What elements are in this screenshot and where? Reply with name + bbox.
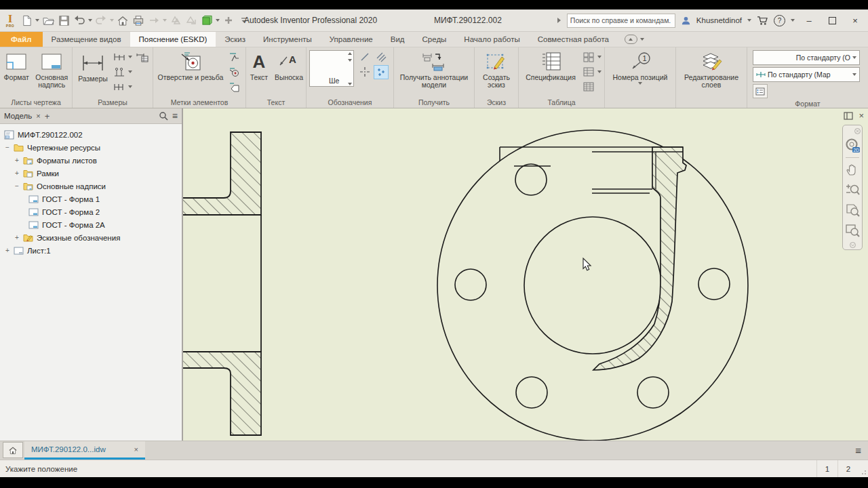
expand-toggle[interactable]: +	[14, 157, 20, 164]
format-dialog-button[interactable]	[753, 84, 768, 98]
browser-tab-close-icon[interactable]: ×	[36, 112, 40, 120]
document-tab-active[interactable]: МИФТ.290122.0...idw ×	[24, 441, 145, 460]
open-button[interactable]	[41, 14, 55, 27]
symbols-listbox-expand[interactable]	[348, 83, 352, 85]
user-name[interactable]: Khusnetdinof	[696, 16, 742, 24]
home-button[interactable]	[116, 14, 130, 27]
redo-caret[interactable]	[110, 19, 114, 22]
tab-sketch[interactable]: Эскиз	[216, 32, 254, 47]
hole-note-button[interactable]	[226, 65, 241, 79]
navbar-close-icon[interactable]	[854, 127, 861, 134]
revision-table-button[interactable]	[581, 80, 596, 94]
tree-item-gost-form2[interactable]: ГОСТ - Форма 2	[28, 205, 180, 218]
zoom-window-button[interactable]	[844, 222, 861, 239]
zoom-all-button[interactable]	[844, 201, 861, 219]
broken-out-section-hatch[interactable]	[593, 147, 686, 370]
group-label-sketch[interactable]: Эскиз	[475, 97, 518, 108]
general-table-button[interactable]	[581, 50, 596, 64]
ordinate-dimension-caret[interactable]	[128, 70, 132, 73]
balloon-caret[interactable]	[638, 82, 642, 85]
drawing-canvas[interactable]: × 2D	[183, 108, 868, 441]
retrieve-annotations-button[interactable]: Получить аннотации модели	[397, 50, 471, 89]
tree-item-sheet1[interactable]: + Лист:1	[4, 244, 180, 257]
leader-text-button[interactable]: А Выноска	[275, 50, 303, 81]
tab-annotate-eskd[interactable]: Пояснение (ESKD)	[130, 32, 216, 47]
group-label-table[interactable]: Таблица	[519, 97, 604, 108]
user-caret[interactable]	[747, 19, 751, 22]
tree-item-resources[interactable]: − Чертежные ресурсы	[4, 141, 180, 154]
ribbon-collapse-control[interactable]	[625, 32, 644, 47]
expand-toggle[interactable]: +	[4, 247, 11, 254]
group-label-layers[interactable]	[676, 97, 747, 108]
store-cart-icon[interactable]	[757, 16, 768, 26]
split-view-icon[interactable]	[844, 112, 853, 120]
add-command-button[interactable]	[222, 14, 235, 27]
section-view[interactable]	[183, 132, 261, 435]
title-block-button[interactable]: Основная надпись	[34, 50, 69, 89]
group-label-text[interactable]: Текст	[246, 97, 306, 108]
tab-place-views[interactable]: Размещение видов	[43, 32, 130, 47]
expand-toggle[interactable]: −	[14, 182, 20, 190]
symbols-listbox-spinner[interactable]	[348, 52, 352, 62]
general-table-caret[interactable]	[597, 56, 601, 58]
chain-dimension-button[interactable]	[112, 80, 127, 94]
hole-table-button[interactable]	[581, 65, 596, 79]
sketch-line-symbol-button[interactable]	[357, 50, 372, 64]
sheet-page-2-button[interactable]: 2	[837, 460, 859, 477]
tree-item-sheet-formats[interactable]: + Форматы листов	[14, 154, 180, 167]
help-icon[interactable]: ?	[774, 15, 785, 26]
symbols-listbox[interactable]: Ше	[309, 50, 354, 87]
navbar-more-icon[interactable]	[850, 242, 856, 248]
minimize-button[interactable]: –	[800, 12, 818, 29]
edit-layers-button[interactable]: Редактирование слоев	[679, 50, 744, 89]
dimension-button[interactable]: Размеры	[75, 50, 111, 83]
group-label-retrieve[interactable]: Получить	[394, 97, 474, 108]
sheet-page-1-button[interactable]: 1	[816, 460, 837, 477]
tree-item-gost-form2a[interactable]: ГОСТ - Форма 2А	[28, 218, 180, 231]
undo-caret[interactable]	[88, 19, 92, 22]
tab-view[interactable]: Вид	[382, 32, 414, 47]
expand-toggle[interactable]: +	[14, 234, 20, 241]
browser-search-icon[interactable]	[159, 111, 168, 121]
search-expand-icon[interactable]	[556, 17, 561, 24]
tree-item-title-blocks[interactable]: − Основные надписи	[14, 180, 180, 192]
tree-item-sketch-symbols[interactable]: + Эскизные обозначения	[14, 231, 180, 244]
material-caret[interactable]	[216, 19, 220, 22]
layer-select[interactable]: По стандарту (Мар	[753, 67, 860, 82]
group-label-balloons[interactable]	[605, 97, 675, 108]
tree-item-gost-form1[interactable]: ГОСТ - Форма 1	[28, 192, 180, 205]
parts-list-button[interactable]: Спецификация	[521, 50, 580, 81]
canvas-close-icon[interactable]: ×	[859, 110, 864, 121]
hole-thread-button[interactable]: Отверстие и резьба	[156, 50, 225, 81]
centered-pattern-button[interactable]	[374, 65, 389, 79]
measure-button[interactable]	[184, 14, 198, 27]
zoom-button[interactable]	[844, 181, 861, 199]
surface-texture-button[interactable]	[226, 50, 241, 64]
steering-wheel-button[interactable]: 2D	[844, 137, 861, 155]
tab-collaborate[interactable]: Совместная работа	[529, 32, 618, 47]
format-button[interactable]: Формат	[3, 50, 30, 81]
dimension-table-button[interactable]	[135, 50, 150, 64]
tab-tools[interactable]: Инструменты	[254, 32, 321, 47]
baseline-dimension-caret[interactable]	[128, 56, 132, 58]
forward-caret[interactable]	[163, 19, 167, 22]
browser-tab-model[interactable]: Модель	[4, 112, 32, 120]
group-label-feature-notes[interactable]: Метки элементов	[153, 97, 245, 108]
undo-button[interactable]	[73, 14, 86, 27]
print-button[interactable]	[132, 14, 145, 27]
front-view[interactable]	[437, 130, 748, 441]
help-caret[interactable]	[791, 19, 795, 22]
tab-file[interactable]: Файл	[0, 32, 43, 47]
new-file-caret[interactable]	[35, 19, 39, 22]
browser-menu-icon[interactable]: ≡	[172, 110, 178, 121]
center-mark-button[interactable]	[357, 65, 372, 79]
group-label-sheets[interactable]: Листы чертежа	[0, 97, 72, 108]
expand-toggle[interactable]: −	[4, 144, 11, 151]
home-tab-button[interactable]	[3, 442, 23, 458]
hole-table-caret[interactable]	[597, 70, 601, 73]
style-select[interactable]: По стандарту (О	[753, 50, 860, 65]
text-button[interactable]: А Текст	[249, 50, 269, 81]
search-input[interactable]	[567, 14, 675, 28]
close-window-button[interactable]: ×	[846, 12, 864, 29]
resize-grip[interactable]	[859, 460, 868, 477]
